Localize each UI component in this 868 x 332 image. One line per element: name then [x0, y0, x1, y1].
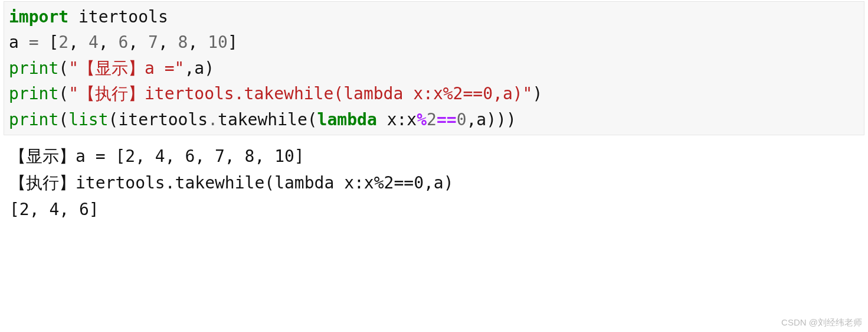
keyword-import: import	[9, 7, 68, 27]
num-8: 8	[178, 32, 188, 52]
paren-close: )	[204, 58, 214, 78]
builtin-list: list	[68, 110, 108, 129]
num-10: 10	[208, 32, 228, 52]
string-literal: "【执行】itertools.takewhile(lambda x:x%2==0…	[68, 84, 532, 103]
obj-itertools: itertools	[118, 110, 208, 129]
arg-a: a	[194, 58, 204, 78]
code-block: import itertools a = [2, 4, 6, 7, 8, 10]…	[4, 1, 864, 135]
fn-print: print	[9, 110, 58, 129]
method-takewhile: takewhile	[218, 110, 307, 129]
num-0: 0	[457, 110, 467, 129]
paren-open: (	[58, 110, 68, 129]
code-line-4: print("【执行】itertools.takewhile(lambda x:…	[9, 81, 859, 106]
output-block: 【显示】a = [2, 4, 6, 7, 8, 10] 【执行】itertool…	[0, 139, 868, 227]
arg-a: a	[476, 110, 486, 129]
string-literal: "【显示】a ="	[68, 58, 184, 78]
var-a: a	[9, 32, 19, 52]
watermark: CSDN @刘经纬老师	[781, 317, 862, 328]
num-6: 6	[118, 32, 128, 52]
output-line-1: 【显示】a = [2, 4, 6, 7, 8, 10]	[9, 144, 859, 170]
comma: ,	[68, 32, 89, 52]
comma: ,	[188, 32, 208, 52]
num-7: 7	[148, 32, 158, 52]
fn-print: print	[9, 84, 58, 103]
num-4: 4	[89, 32, 99, 52]
comma: ,	[99, 32, 119, 52]
num-2: 2	[58, 32, 68, 52]
comma: ,	[128, 32, 148, 52]
code-line-1: import itertools	[9, 4, 859, 30]
code-line-5: print(list(itertools.takewhile(lambda x:…	[9, 107, 859, 132]
output-line-2: 【执行】itertools.takewhile(lambda x:x%2==0,…	[9, 170, 859, 197]
paren-open: (	[58, 58, 68, 78]
dot: .	[208, 110, 218, 129]
code-line-2: a = [2, 4, 6, 7, 8, 10]	[9, 30, 859, 55]
keyword-lambda: lambda	[317, 110, 377, 129]
paren-open: (	[307, 110, 317, 129]
paren-close: )	[532, 84, 542, 103]
op-eqeq: ==	[437, 110, 457, 129]
num-2: 2	[427, 110, 437, 129]
parens-close: )))	[486, 110, 516, 129]
paren-open: (	[58, 84, 68, 103]
comma: ,	[158, 32, 178, 52]
comma: ,	[184, 58, 194, 78]
module-name: itertools	[78, 7, 168, 27]
colon: :	[397, 110, 407, 129]
space	[377, 110, 387, 129]
op-assign: =	[29, 32, 39, 52]
paren-open: (	[109, 110, 119, 129]
var-x: x	[407, 110, 417, 129]
bracket-close: ]	[228, 32, 238, 52]
comma: ,	[467, 110, 477, 129]
code-line-3: print("【显示】a =",a)	[9, 56, 859, 81]
op-mod: %	[417, 110, 427, 129]
fn-print: print	[9, 58, 58, 78]
output-line-3: [2, 4, 6]	[9, 197, 859, 223]
param-x: x	[387, 110, 397, 129]
bracket-open: [	[48, 32, 58, 52]
